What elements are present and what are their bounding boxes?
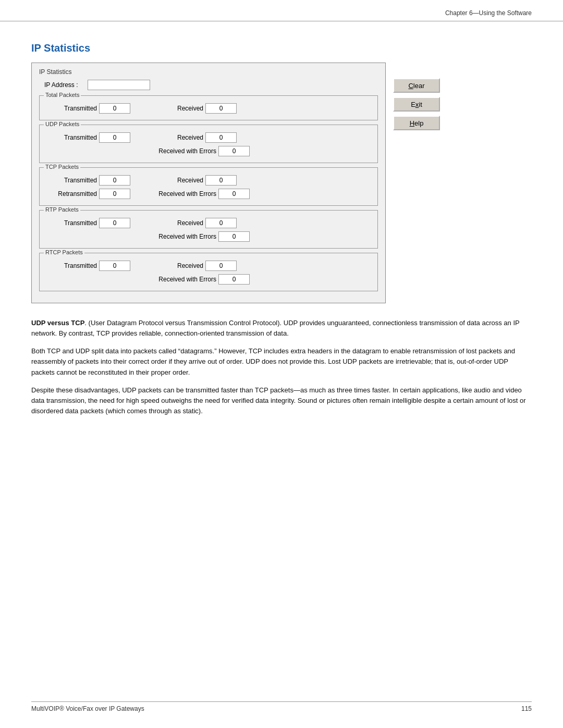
ip-statistics-dialog: IP Statistics IP Address : Total Packets… (31, 63, 386, 303)
tcp-packets-label: TCP Packets (44, 164, 80, 170)
udp-packets-label: UDP Packets (44, 121, 81, 127)
rtp-errors-label: Received with Errors (141, 233, 216, 240)
tcp-received-input[interactable] (205, 175, 237, 186)
tcp-received-label: Received (141, 177, 203, 184)
help-button[interactable]: Help (393, 116, 440, 130)
tcp-retransmitted-input[interactable] (99, 189, 130, 199)
page-footer: MultiVOIP® Voice/Fax over IP Gateways 11… (31, 701, 532, 712)
rtp-transmitted-row: Transmitted Received (45, 218, 372, 228)
total-transmitted-label: Transmitted (45, 105, 97, 112)
footer-right: 115 (521, 705, 532, 712)
total-transmitted-row: Transmitted Received (45, 103, 372, 114)
total-transmitted-input[interactable] (99, 103, 130, 114)
udp-transmitted-row: Transmitted Received (45, 132, 372, 143)
rtcp-received-label: Received (141, 262, 203, 269)
tcp-packets-group: TCP Packets Transmitted Received Retrans… (39, 167, 378, 206)
udp-errors-label: Received with Errors (141, 147, 216, 155)
rtp-received-input[interactable] (205, 218, 237, 228)
total-packets-group: Total Packets Transmitted Received (39, 95, 378, 120)
body-p1-bold: UDP versus TCP (31, 319, 84, 327)
rtp-errors-row: Received with Errors (45, 231, 372, 242)
page-header: Chapter 6—Using the Software (0, 0, 563, 21)
total-received-input[interactable] (205, 103, 237, 114)
section-title: IP Statistics (31, 42, 532, 54)
udp-errors-row: Received with Errors (45, 146, 372, 156)
rtcp-transmitted-row: Transmitted Received (45, 261, 372, 271)
dialog-buttons-col: Clear Exit Help (393, 63, 440, 303)
clear-button[interactable]: Clear (393, 78, 440, 93)
rtp-received-label: Received (141, 219, 203, 227)
body-paragraph-3: Despite these disadvantages, UDP packets… (31, 385, 532, 416)
rtcp-transmitted-label: Transmitted (45, 262, 97, 269)
ip-address-row: IP Address : (39, 80, 378, 90)
rtcp-received-input[interactable] (205, 261, 237, 271)
ip-address-input[interactable] (88, 80, 150, 90)
rtcp-transmitted-input[interactable] (99, 261, 130, 271)
rtcp-errors-label: Received with Errors (141, 276, 216, 283)
tcp-retrans-row: Retransmitted Received with Errors (45, 189, 372, 199)
dialog-wrapper: IP Statistics IP Address : Total Packets… (31, 63, 532, 303)
rtp-packets-label: RTP Packets (44, 206, 80, 213)
exit-button[interactable]: Exit (393, 97, 440, 112)
total-packets-label: Total Packets (44, 92, 81, 98)
udp-packets-group: UDP Packets Transmitted Received Receive… (39, 125, 378, 163)
rtp-errors-input[interactable] (218, 231, 250, 242)
dialog-title: IP Statistics (39, 68, 378, 76)
tcp-transmitted-input[interactable] (99, 175, 130, 186)
tcp-errors-label: Received with Errors (141, 190, 216, 198)
rtp-packets-group: RTP Packets Transmitted Received Receive… (39, 210, 378, 249)
rtp-transmitted-label: Transmitted (45, 219, 97, 227)
body-paragraph-1: UDP versus TCP. (User Datagram Protocol … (31, 318, 532, 339)
total-received-label: Received (141, 105, 203, 112)
udp-transmitted-input[interactable] (99, 132, 130, 143)
body-paragraph-2: Both TCP and UDP split data into packets… (31, 346, 532, 377)
rtcp-packets-group: RTCP Packets Transmitted Received Receiv… (39, 253, 378, 291)
tcp-retransmitted-label: Retransmitted (45, 190, 97, 198)
tcp-errors-input[interactable] (218, 189, 250, 199)
rtcp-packets-label: RTCP Packets (44, 249, 84, 255)
udp-received-input[interactable] (205, 132, 237, 143)
main-content: IP Statistics IP Statistics IP Address :… (0, 21, 563, 455)
ip-address-label: IP Address : (44, 81, 83, 89)
rtcp-errors-input[interactable] (218, 274, 250, 285)
udp-received-label: Received (141, 134, 203, 141)
tcp-transmitted-row: Transmitted Received (45, 175, 372, 186)
rtp-transmitted-input[interactable] (99, 218, 130, 228)
tcp-transmitted-label: Transmitted (45, 177, 97, 184)
udp-transmitted-label: Transmitted (45, 134, 97, 141)
rtcp-errors-row: Received with Errors (45, 274, 372, 285)
footer-left: MultiVOIP® Voice/Fax over IP Gateways (31, 705, 144, 712)
chapter-header-text: Chapter 6—Using the Software (445, 9, 532, 17)
udp-errors-input[interactable] (218, 146, 250, 156)
